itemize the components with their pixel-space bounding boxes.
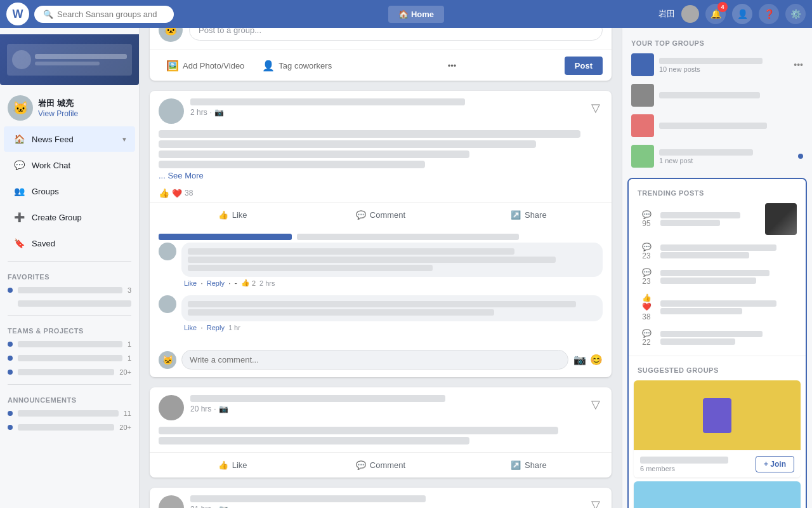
card1-avatar xyxy=(159,98,184,124)
trending-blurred-1a xyxy=(660,212,740,218)
trending-text-1 xyxy=(660,211,760,227)
home-button[interactable]: 🏠 Home xyxy=(388,6,444,23)
comment1-reply-link[interactable]: Reply xyxy=(207,279,225,287)
card2-comment-button[interactable]: 💬 Comment xyxy=(306,455,454,475)
work-chat-icon: 💬 xyxy=(11,157,27,173)
sidebar-announcement-item-2[interactable]: 20+ xyxy=(0,420,139,434)
trending-blurred-4b xyxy=(660,308,742,314)
trending-blurred-3b xyxy=(660,277,756,284)
sidebar-view-profile-link[interactable]: View Profile xyxy=(38,109,78,118)
top-group-info-4: 1 new post xyxy=(659,148,793,164)
card1-actions: 👍 Like 💬 Comment ↗️ Share xyxy=(150,202,612,227)
top-group-item-1[interactable]: 10 new posts ••• xyxy=(622,50,812,80)
notifications-button[interactable]: 🔔 4 xyxy=(705,4,726,24)
see-more-link-1[interactable]: ... See More xyxy=(159,171,204,180)
sidebar-divider-3 xyxy=(8,384,131,385)
suggested-group-2: 5 members + Join xyxy=(634,481,801,508)
comment1-like-link[interactable]: Like xyxy=(184,279,197,287)
reply-dash: - xyxy=(235,278,237,288)
trending-item-5[interactable]: 💬 22 xyxy=(629,325,806,351)
top-group-item-2[interactable] xyxy=(622,80,812,110)
card2-like-button[interactable]: 👍 Like xyxy=(159,455,306,475)
globe-icon: 📷 xyxy=(214,108,224,117)
card2-more-button[interactable]: ▽ xyxy=(589,395,603,414)
top-group-thumb-2 xyxy=(631,84,654,107)
sidebar-item-work-chat[interactable]: 💬 Work Chat xyxy=(4,152,135,178)
top-group-item-3[interactable] xyxy=(622,110,812,141)
app-logo[interactable]: W xyxy=(6,3,29,25)
trending-blurred-3a xyxy=(660,270,769,276)
trending-text-3 xyxy=(660,269,797,285)
top-group-name-3 xyxy=(659,123,767,129)
top-group-thumb-1 xyxy=(631,53,654,76)
comment-item-1: Like · Reply · - 👍 2 2 hrs xyxy=(159,243,603,289)
user-menu-button[interactable]: 👤 xyxy=(732,4,752,24)
card2-actions: 👍 Like 💬 Comment ↗️ Share xyxy=(150,452,612,478)
sidebar-fav-item-2[interactable] xyxy=(0,297,139,310)
trending-text-2 xyxy=(660,243,797,260)
sidebar-profile[interactable]: 🐱 岩田 城亮 View Profile xyxy=(0,90,139,126)
suggested-group-1: 6 members + Join xyxy=(634,380,801,478)
team-label-1 xyxy=(18,341,122,347)
more-options-button[interactable]: ••• xyxy=(442,55,462,76)
search-icon: 🔍 xyxy=(43,10,53,19)
trending-item-2[interactable]: 💬 23 xyxy=(629,239,806,264)
write-comment-input[interactable] xyxy=(181,350,568,370)
sidebar-fav-item-1[interactable]: 3 xyxy=(0,283,139,297)
search-input[interactable] xyxy=(57,10,159,19)
home-icon: 🏠 xyxy=(398,10,409,19)
help-button[interactable]: ❓ xyxy=(759,4,779,24)
sidebar-team-item-2[interactable]: 1 xyxy=(0,351,139,365)
sidebar-item-saved[interactable]: 🔖 Saved xyxy=(4,231,135,256)
sidebar-item-create-group[interactable]: ➕ Create Group xyxy=(4,204,135,230)
fav-count-1: 3 xyxy=(128,286,131,294)
card1-more-button[interactable]: ▽ xyxy=(589,98,603,117)
user-status-icon[interactable] xyxy=(681,5,699,23)
sidebar-item-news-feed[interactable]: 🏠 News Feed ▼ xyxy=(4,126,135,152)
like-emoji: 👍 xyxy=(159,188,169,198)
tag-coworkers-button[interactable]: 👤 Tag coworkers xyxy=(254,56,339,76)
card1-text-3 xyxy=(159,150,469,158)
top-group-more-1[interactable]: ••• xyxy=(794,60,803,70)
comment-icon: 💬 xyxy=(356,210,366,220)
card1-like-button[interactable]: 👍 Like xyxy=(159,205,306,225)
add-photo-button[interactable]: 🖼️ Add Photo/Video xyxy=(159,56,252,76)
trending-blurred-5b xyxy=(660,338,735,345)
card1-comment-button[interactable]: 💬 Comment xyxy=(306,205,454,225)
card2-share-button[interactable]: ↗️ Share xyxy=(455,455,603,475)
share-icon: ↗️ xyxy=(511,210,521,220)
comment2-like-link[interactable]: Like xyxy=(184,324,197,331)
trending-count-5: 💬 22 xyxy=(638,329,655,347)
trending-item-1[interactable]: 💬 95 xyxy=(629,199,806,239)
search-bar[interactable]: 🔍 xyxy=(34,6,174,23)
suggested-group-1-image xyxy=(634,380,801,450)
emoji-icon[interactable]: 😊 xyxy=(590,354,603,366)
card3-more-button[interactable]: ▽ xyxy=(589,495,603,508)
card1-share-button[interactable]: ↗️ Share xyxy=(455,205,603,225)
like-icon: 👍 xyxy=(218,210,228,220)
sidebar-team-item-3[interactable]: 20+ xyxy=(0,365,139,379)
trending-blurred-2a xyxy=(660,244,776,251)
sidebar-profile-name: 岩田 城亮 xyxy=(38,98,78,109)
sidebar-announcement-item-1[interactable]: 11 xyxy=(0,406,139,420)
trending-item-3[interactable]: 💬 23 xyxy=(629,264,806,290)
comment1-reactions: 👍 2 xyxy=(241,279,256,287)
comment2-text-2 xyxy=(188,309,494,316)
comment2-reply-link[interactable]: Reply xyxy=(207,324,225,331)
top-group-name-4 xyxy=(659,149,753,156)
sidebar-team-item-1[interactable]: 1 xyxy=(0,337,139,351)
trending-count-4: 👍❤️ 38 xyxy=(638,293,655,321)
top-group-item-4[interactable]: 1 new post xyxy=(622,141,812,171)
camera-icon[interactable]: 📷 xyxy=(573,354,586,366)
top-group-info-3 xyxy=(659,121,803,130)
settings-button[interactable]: ⚙️ xyxy=(785,4,806,24)
suggested-group-2-image xyxy=(634,481,801,508)
post-submit-button[interactable]: Post xyxy=(565,57,603,75)
suggested-group-1-join-button[interactable]: + Join xyxy=(756,456,794,472)
trending-item-4[interactable]: 👍❤️ 38 xyxy=(629,290,806,325)
sidebar-item-groups[interactable]: 👥 Groups xyxy=(4,178,135,204)
sidebar-divider-1 xyxy=(8,261,131,262)
sidebar-nav-label-create-group: Create Group xyxy=(32,213,128,222)
card2-share-icon: ↗️ xyxy=(511,460,521,470)
card2-text-2 xyxy=(159,437,469,444)
